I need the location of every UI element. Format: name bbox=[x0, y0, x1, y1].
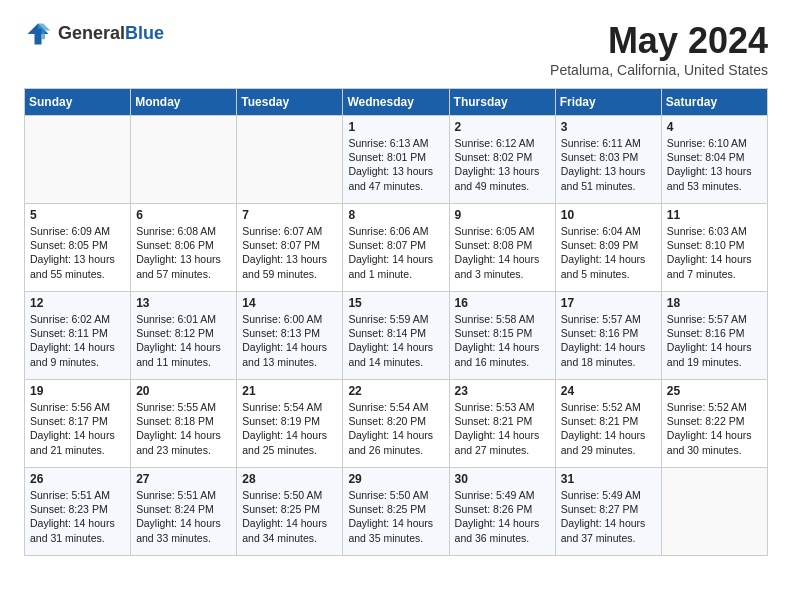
day-number: 7 bbox=[242, 208, 337, 222]
day-number: 1 bbox=[348, 120, 443, 134]
calendar-cell: 6Sunrise: 6:08 AMSunset: 8:06 PMDaylight… bbox=[131, 204, 237, 292]
day-number: 2 bbox=[455, 120, 550, 134]
day-number: 4 bbox=[667, 120, 762, 134]
page-header: GeneralBlue May 2024 Petaluma, Californi… bbox=[24, 20, 768, 78]
day-number: 26 bbox=[30, 472, 125, 486]
day-info: Sunrise: 6:00 AM bbox=[242, 312, 337, 326]
day-info: Sunrise: 5:52 AM bbox=[561, 400, 656, 414]
calendar-cell: 22Sunrise: 5:54 AMSunset: 8:20 PMDayligh… bbox=[343, 380, 449, 468]
day-number: 22 bbox=[348, 384, 443, 398]
calendar-cell: 2Sunrise: 6:12 AMSunset: 8:02 PMDaylight… bbox=[449, 116, 555, 204]
day-info: Daylight: 14 hours and 9 minutes. bbox=[30, 340, 125, 368]
calendar-cell: 12Sunrise: 6:02 AMSunset: 8:11 PMDayligh… bbox=[25, 292, 131, 380]
calendar-cell: 29Sunrise: 5:50 AMSunset: 8:25 PMDayligh… bbox=[343, 468, 449, 556]
day-info: Daylight: 13 hours and 53 minutes. bbox=[667, 164, 762, 192]
day-info: Sunrise: 5:57 AM bbox=[561, 312, 656, 326]
day-info: Sunrise: 6:01 AM bbox=[136, 312, 231, 326]
header-row: SundayMondayTuesdayWednesdayThursdayFrid… bbox=[25, 89, 768, 116]
day-info: Sunset: 8:22 PM bbox=[667, 414, 762, 428]
day-info: Sunrise: 5:52 AM bbox=[667, 400, 762, 414]
day-info: Sunset: 8:20 PM bbox=[348, 414, 443, 428]
day-header: Thursday bbox=[449, 89, 555, 116]
day-info: Sunrise: 6:03 AM bbox=[667, 224, 762, 238]
calendar-header: SundayMondayTuesdayWednesdayThursdayFrid… bbox=[25, 89, 768, 116]
calendar-cell: 28Sunrise: 5:50 AMSunset: 8:25 PMDayligh… bbox=[237, 468, 343, 556]
logo: GeneralBlue bbox=[24, 20, 164, 48]
calendar-cell: 23Sunrise: 5:53 AMSunset: 8:21 PMDayligh… bbox=[449, 380, 555, 468]
day-header: Friday bbox=[555, 89, 661, 116]
day-info: Sunrise: 6:09 AM bbox=[30, 224, 125, 238]
day-info: Sunrise: 5:51 AM bbox=[136, 488, 231, 502]
day-header: Sunday bbox=[25, 89, 131, 116]
calendar-cell: 16Sunrise: 5:58 AMSunset: 8:15 PMDayligh… bbox=[449, 292, 555, 380]
location: Petaluma, California, United States bbox=[550, 62, 768, 78]
day-info: Sunset: 8:13 PM bbox=[242, 326, 337, 340]
day-info: Daylight: 14 hours and 31 minutes. bbox=[30, 516, 125, 544]
day-number: 12 bbox=[30, 296, 125, 310]
day-info: Sunset: 8:19 PM bbox=[242, 414, 337, 428]
day-number: 24 bbox=[561, 384, 656, 398]
day-info: Sunrise: 5:50 AM bbox=[348, 488, 443, 502]
day-info: Daylight: 13 hours and 47 minutes. bbox=[348, 164, 443, 192]
day-info: Sunrise: 5:59 AM bbox=[348, 312, 443, 326]
day-number: 14 bbox=[242, 296, 337, 310]
day-info: Daylight: 13 hours and 51 minutes. bbox=[561, 164, 656, 192]
day-info: Sunset: 8:07 PM bbox=[348, 238, 443, 252]
day-info: Sunrise: 6:07 AM bbox=[242, 224, 337, 238]
day-info: Sunset: 8:03 PM bbox=[561, 150, 656, 164]
day-info: Sunset: 8:06 PM bbox=[136, 238, 231, 252]
day-info: Daylight: 14 hours and 27 minutes. bbox=[455, 428, 550, 456]
day-info: Sunset: 8:21 PM bbox=[561, 414, 656, 428]
day-info: Sunset: 8:17 PM bbox=[30, 414, 125, 428]
day-info: Daylight: 14 hours and 26 minutes. bbox=[348, 428, 443, 456]
day-info: Sunrise: 6:02 AM bbox=[30, 312, 125, 326]
day-info: Sunset: 8:21 PM bbox=[455, 414, 550, 428]
day-info: Sunset: 8:26 PM bbox=[455, 502, 550, 516]
day-info: Sunrise: 6:06 AM bbox=[348, 224, 443, 238]
day-info: Sunset: 8:27 PM bbox=[561, 502, 656, 516]
day-info: Sunrise: 6:04 AM bbox=[561, 224, 656, 238]
day-info: Sunrise: 5:56 AM bbox=[30, 400, 125, 414]
day-info: Daylight: 14 hours and 13 minutes. bbox=[242, 340, 337, 368]
day-info: Daylight: 14 hours and 34 minutes. bbox=[242, 516, 337, 544]
day-number: 9 bbox=[455, 208, 550, 222]
calendar-cell: 19Sunrise: 5:56 AMSunset: 8:17 PMDayligh… bbox=[25, 380, 131, 468]
calendar-cell bbox=[237, 116, 343, 204]
day-info: Sunset: 8:07 PM bbox=[242, 238, 337, 252]
calendar-cell: 9Sunrise: 6:05 AMSunset: 8:08 PMDaylight… bbox=[449, 204, 555, 292]
calendar-cell: 15Sunrise: 5:59 AMSunset: 8:14 PMDayligh… bbox=[343, 292, 449, 380]
day-number: 15 bbox=[348, 296, 443, 310]
day-number: 13 bbox=[136, 296, 231, 310]
day-info: Sunset: 8:08 PM bbox=[455, 238, 550, 252]
day-number: 30 bbox=[455, 472, 550, 486]
day-info: Daylight: 14 hours and 35 minutes. bbox=[348, 516, 443, 544]
day-info: Sunrise: 5:57 AM bbox=[667, 312, 762, 326]
day-info: Sunrise: 6:05 AM bbox=[455, 224, 550, 238]
day-number: 18 bbox=[667, 296, 762, 310]
calendar-table: SundayMondayTuesdayWednesdayThursdayFrid… bbox=[24, 88, 768, 556]
calendar-cell: 30Sunrise: 5:49 AMSunset: 8:26 PMDayligh… bbox=[449, 468, 555, 556]
day-info: Daylight: 13 hours and 55 minutes. bbox=[30, 252, 125, 280]
day-number: 27 bbox=[136, 472, 231, 486]
day-info: Daylight: 14 hours and 37 minutes. bbox=[561, 516, 656, 544]
calendar-week-row: 5Sunrise: 6:09 AMSunset: 8:05 PMDaylight… bbox=[25, 204, 768, 292]
day-info: Daylight: 14 hours and 3 minutes. bbox=[455, 252, 550, 280]
day-info: Daylight: 14 hours and 16 minutes. bbox=[455, 340, 550, 368]
day-info: Sunset: 8:11 PM bbox=[30, 326, 125, 340]
day-info: Daylight: 13 hours and 59 minutes. bbox=[242, 252, 337, 280]
day-info: Sunrise: 5:54 AM bbox=[242, 400, 337, 414]
day-info: Daylight: 14 hours and 29 minutes. bbox=[561, 428, 656, 456]
day-info: Sunset: 8:09 PM bbox=[561, 238, 656, 252]
day-info: Sunrise: 6:12 AM bbox=[455, 136, 550, 150]
calendar-cell: 1Sunrise: 6:13 AMSunset: 8:01 PMDaylight… bbox=[343, 116, 449, 204]
day-info: Sunrise: 5:50 AM bbox=[242, 488, 337, 502]
day-info: Daylight: 14 hours and 14 minutes. bbox=[348, 340, 443, 368]
logo-line2: Blue bbox=[125, 23, 164, 43]
calendar-cell bbox=[131, 116, 237, 204]
day-info: Sunset: 8:25 PM bbox=[348, 502, 443, 516]
day-info: Daylight: 14 hours and 21 minutes. bbox=[30, 428, 125, 456]
day-info: Sunrise: 5:58 AM bbox=[455, 312, 550, 326]
day-info: Sunset: 8:18 PM bbox=[136, 414, 231, 428]
day-info: Daylight: 14 hours and 18 minutes. bbox=[561, 340, 656, 368]
day-info: Sunrise: 6:13 AM bbox=[348, 136, 443, 150]
